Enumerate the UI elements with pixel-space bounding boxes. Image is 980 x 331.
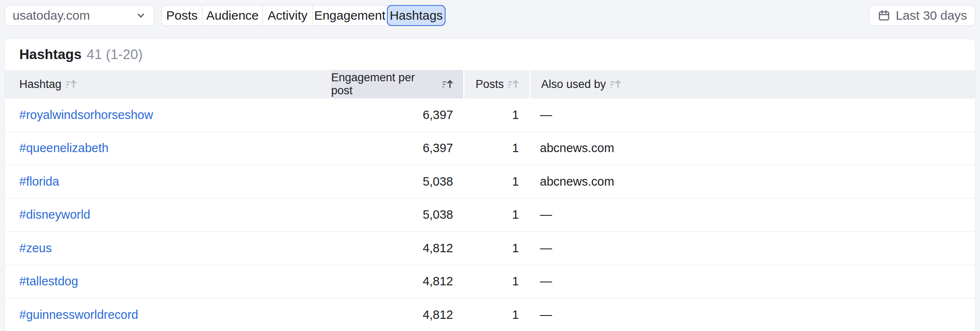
posts-cell: 1 (463, 132, 529, 165)
tab-activity[interactable]: Activity (263, 5, 313, 26)
posts-cell: 1 (463, 98, 529, 132)
engagement-cell: 4,812 (331, 298, 463, 331)
engagement-cell: 5,038 (331, 165, 463, 198)
table-row: #tallestdog 4,812 1 — (5, 265, 975, 299)
hashtag-link[interactable]: #royalwindsorhorseshow (19, 108, 153, 122)
posts-cell: 1 (463, 165, 529, 198)
hashtag-link[interactable]: #zeus (19, 241, 52, 255)
engagement-cell: 4,812 (331, 232, 463, 265)
also-used-by-cell: abcnews.com (529, 132, 975, 165)
table-row: #royalwindsorhorseshow 6,397 1 — (5, 98, 975, 132)
report-tabs: Posts Audience Activity Engagement Hasht… (161, 5, 446, 26)
column-header-engagement-per-post[interactable]: Engagement per post (331, 70, 463, 98)
profile-selector-value: usatoday.com (13, 8, 90, 23)
date-range-button[interactable]: Last 30 days (869, 5, 975, 26)
chevron-down-icon (135, 9, 147, 22)
tab-posts[interactable]: Posts (162, 5, 202, 26)
posts-cell: 1 (463, 298, 529, 331)
column-header-hashtag[interactable]: Hashtag (5, 70, 331, 98)
tab-engagement[interactable]: Engagement (313, 5, 387, 26)
card-title: Hashtags (19, 47, 82, 62)
date-range-label: Last 30 days (896, 8, 967, 23)
table-row: #zeus 4,812 1 — (5, 232, 975, 265)
tab-hashtags[interactable]: Hashtags (387, 5, 446, 26)
sort-ascending-icon (442, 79, 453, 90)
sort-ascending-icon (508, 79, 519, 90)
table-row: #guinnessworldrecord 4,812 1 — (5, 298, 975, 331)
hashtag-link[interactable]: #tallestdog (19, 274, 78, 288)
profile-selector[interactable]: usatoday.com (5, 5, 154, 26)
posts-cell: 1 (463, 232, 529, 265)
also-used-by-cell: — (529, 232, 975, 265)
engagement-cell: 4,812 (331, 265, 463, 298)
hashtag-link[interactable]: #queenelizabeth (19, 141, 109, 155)
hashtag-link[interactable]: #guinnessworldrecord (19, 308, 138, 322)
sort-ascending-icon (610, 79, 621, 90)
posts-cell: 1 (463, 265, 529, 298)
hashtag-link[interactable]: #disneyworld (19, 208, 90, 222)
engagement-cell: 6,397 (331, 132, 463, 165)
table-header-row: Hashtag Engagement per post (5, 70, 975, 98)
also-used-by-cell: — (529, 298, 975, 331)
sort-ascending-icon (66, 79, 77, 90)
table-row: #disneyworld 5,038 1 — (5, 199, 975, 232)
also-used-by-cell: — (529, 98, 975, 132)
tab-audience[interactable]: Audience (202, 5, 263, 26)
engagement-cell: 6,397 (331, 98, 463, 132)
column-header-posts[interactable]: Posts (463, 70, 529, 98)
table-row: #queenelizabeth 6,397 1 abcnews.com (5, 132, 975, 166)
card-header: Hashtags 41 (1-20) (5, 39, 975, 70)
calendar-icon (878, 9, 890, 22)
hashtags-count: 41 (1-20) (87, 47, 143, 62)
also-used-by-cell: abcnews.com (529, 165, 975, 198)
hashtags-card: Hashtags 41 (1-20) Hashtag Engagement pe… (5, 39, 975, 331)
also-used-by-cell: — (529, 265, 975, 298)
column-header-also-used-by[interactable]: Also used by (529, 70, 975, 98)
engagement-cell: 5,038 (331, 199, 463, 232)
hashtag-link[interactable]: #florida (19, 175, 59, 189)
also-used-by-cell: — (529, 199, 975, 232)
table-row: #florida 5,038 1 abcnews.com (5, 165, 975, 199)
posts-cell: 1 (463, 199, 529, 232)
